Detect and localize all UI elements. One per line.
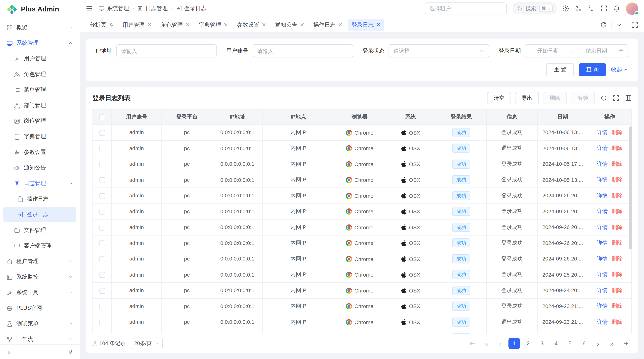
close-tab-icon[interactable]: ✕ (147, 22, 152, 27)
logo[interactable]: Plus Admin (0, 0, 80, 19)
detail-link[interactable]: 详情 (597, 176, 608, 183)
delete-link[interactable]: 删除 (612, 240, 622, 246)
tab-角色管理[interactable]: 角色管理✕ (157, 19, 194, 30)
row-checkbox[interactable] (99, 241, 105, 246)
detail-link[interactable]: 详情 (597, 224, 608, 230)
sidebar-item-notice[interactable]: 通知公告 (3, 160, 76, 176)
detail-link[interactable]: 详情 (597, 208, 608, 214)
settings-gear-icon[interactable] (562, 5, 569, 12)
detail-link[interactable]: 详情 (597, 129, 608, 135)
sidebar-item-system[interactable]: 系统管理 (3, 35, 76, 51)
row-checkbox[interactable] (99, 209, 105, 215)
breadcrumb-item[interactable]: 登录日志 (176, 5, 206, 12)
sidebar-item-post[interactable]: 岗位管理 (3, 113, 76, 129)
close-tab-icon[interactable]: ✕ (224, 22, 228, 27)
delete-link[interactable]: 删除 (612, 192, 622, 198)
delete-link[interactable]: 删除 (612, 129, 622, 135)
page-button-4[interactable]: 4 (550, 338, 562, 349)
select-all-checkbox[interactable] (99, 114, 105, 120)
row-checkbox[interactable] (99, 177, 105, 183)
detail-link[interactable]: 详情 (597, 287, 608, 293)
delete-link[interactable]: 删除 (612, 287, 622, 293)
sidebar-item-plus[interactable]: PLUS官网 (3, 300, 76, 316)
detail-link[interactable]: 详情 (597, 319, 608, 325)
first-page-button[interactable]: ⇤ (466, 338, 478, 349)
delete-link[interactable]: 删除 (612, 145, 622, 151)
detail-link[interactable]: 详情 (597, 271, 608, 277)
tenant-select-input[interactable] (424, 2, 506, 14)
detail-link[interactable]: 详情 (597, 256, 608, 262)
delete-link[interactable]: 删除 (612, 303, 622, 309)
next-group-button[interactable]: » (606, 338, 618, 349)
hamburger-menu-icon[interactable] (86, 5, 93, 12)
unlock-button[interactable]: 解锁 (571, 92, 595, 104)
row-checkbox[interactable] (99, 225, 105, 230)
date-range-picker[interactable]: 开始日期 → 结束日期 (525, 44, 628, 57)
sidebar-item-monitor[interactable]: 系统监控 (3, 269, 76, 285)
page-button-6[interactable]: 6 (578, 338, 590, 349)
delete-button[interactable]: 删除 (543, 92, 567, 104)
tab-分析页[interactable]: 分析页 (86, 19, 117, 30)
delete-link[interactable]: 删除 (612, 161, 622, 167)
close-tab-icon[interactable]: ✕ (262, 22, 266, 27)
delete-link[interactable]: 删除 (612, 256, 622, 262)
sidebar-item-tenant[interactable]: 租户管理 (3, 254, 76, 269)
detail-link[interactable]: 详情 (597, 161, 608, 167)
close-tab-icon[interactable]: ✕ (300, 22, 304, 27)
next-page-button[interactable]: › (592, 338, 604, 349)
reset-button[interactable]: 重 置 (546, 63, 574, 76)
ip-input[interactable] (116, 44, 217, 57)
collapse-sidebar-button[interactable]: « (5, 348, 13, 356)
content-fullscreen-icon[interactable] (631, 21, 638, 28)
sidebar-item-role[interactable]: 角色管理 (3, 66, 76, 82)
tab-字典管理[interactable]: 字典管理✕ (195, 19, 232, 30)
row-checkbox[interactable] (99, 161, 105, 167)
page-button-5[interactable]: 5 (564, 338, 576, 349)
tab-menu-chevron-down-icon[interactable] (616, 21, 623, 28)
tab-用户管理[interactable]: 用户管理✕ (119, 19, 156, 30)
detail-link[interactable]: 详情 (597, 240, 608, 246)
breadcrumb-item[interactable]: 系统管理 (98, 5, 129, 12)
delete-link[interactable]: 删除 (612, 271, 622, 277)
delete-link[interactable]: 删除 (612, 208, 622, 214)
delete-link[interactable]: 删除 (612, 224, 622, 230)
last-page-button[interactable]: ⇥ (620, 338, 632, 349)
page-button-2[interactable]: 2 (522, 338, 534, 349)
vertical-scrollbar[interactable] (629, 126, 632, 249)
sidebar-item-client[interactable]: 客户端管理 (3, 238, 76, 254)
status-select[interactable]: 请选择 (388, 44, 489, 57)
sidebar-item-tools[interactable]: 系统工具 (3, 285, 76, 300)
sidebar-item-operlog[interactable]: 操作日志 (3, 191, 76, 207)
page-button-1[interactable]: 1 (508, 338, 520, 349)
sidebar-item-file[interactable]: 文件管理 (3, 222, 76, 238)
sidebar-item-user[interactable]: 用户管理 (3, 51, 76, 66)
refresh-table-icon[interactable] (600, 95, 607, 101)
sidebar-item-workflow[interactable]: 工作流 (3, 332, 76, 344)
clear-button[interactable]: 清空 (487, 92, 511, 104)
export-button[interactable]: 导出 (515, 92, 539, 104)
delete-link[interactable]: 删除 (612, 319, 622, 325)
row-checkbox[interactable] (99, 288, 105, 294)
global-search-button[interactable]: 搜索 ⌘ K (512, 2, 556, 14)
tab-参数设置[interactable]: 参数设置✕ (234, 19, 270, 30)
table-fullscreen-icon[interactable] (613, 95, 620, 101)
close-tab-icon[interactable]: ✕ (185, 22, 190, 27)
sidebar-item-test[interactable]: 测试菜单 (3, 316, 76, 332)
page-size-select[interactable]: 20条/页 (130, 338, 163, 349)
row-checkbox[interactable] (99, 304, 105, 309)
row-checkbox[interactable] (99, 130, 105, 135)
dark-mode-moon-icon[interactable] (575, 5, 582, 12)
query-button[interactable]: 查 询 (579, 63, 606, 76)
sidebar-item-overview[interactable]: 概览 (3, 20, 76, 35)
tab-操作日志[interactable]: 操作日志✕ (310, 19, 346, 30)
sidebar-item-menu[interactable]: 菜单管理 (3, 82, 76, 98)
close-tab-icon[interactable]: ✕ (376, 22, 381, 27)
sidebar-item-dict[interactable]: 字典管理 (3, 129, 76, 144)
tab-登录日志[interactable]: 登录日志✕ (348, 19, 384, 30)
tab-通知公告[interactable]: 通知公告✕ (272, 19, 308, 30)
row-checkbox[interactable] (99, 193, 105, 199)
notifications-bell-icon[interactable] (613, 5, 620, 12)
prev-page-button[interactable]: ‹ (494, 338, 506, 349)
delete-link[interactable]: 删除 (612, 176, 622, 183)
detail-link[interactable]: 详情 (597, 192, 608, 198)
